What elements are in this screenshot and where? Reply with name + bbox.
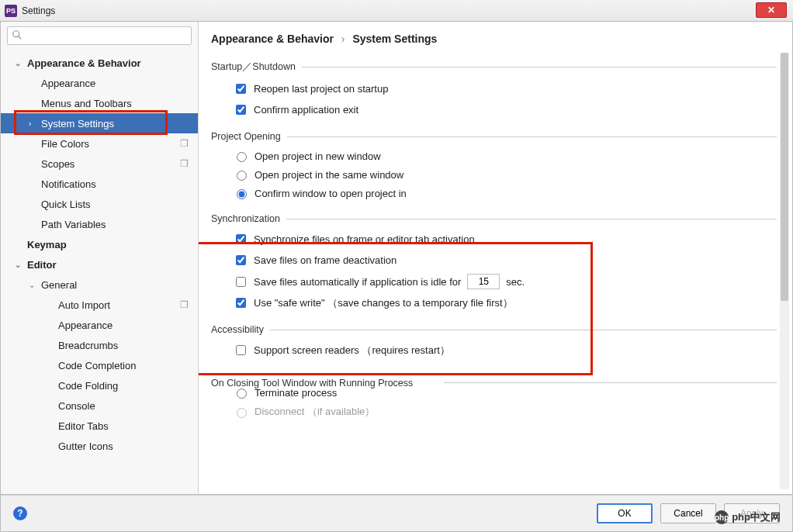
tree-label: Appearance — [58, 320, 113, 331]
opt-label: Synchronize files on frame or editor tab… — [254, 233, 475, 245]
radio-terminate[interactable] — [237, 389, 247, 399]
opt-label: Save files on frame deactivation — [254, 254, 396, 266]
radio-confirm-window[interactable] — [237, 189, 247, 199]
checkbox-safe-write[interactable] — [236, 298, 246, 308]
checkbox-screen-readers[interactable] — [236, 345, 246, 355]
tree-label: Breadcrumbs — [58, 340, 118, 351]
ok-button[interactable]: OK — [597, 503, 653, 523]
checkbox-confirm-exit[interactable] — [236, 105, 246, 115]
scrollbar-thumb[interactable] — [781, 53, 788, 301]
opt-label: Support screen readers （requires restart… — [254, 344, 450, 358]
legend-project-opening: Project Opening — [211, 131, 287, 142]
tree-label: General — [41, 279, 77, 291]
search-input[interactable] — [7, 26, 192, 45]
opt-same-window[interactable]: Open project in the same window — [211, 165, 777, 184]
tree-appearance-behavior[interactable]: ⌄Appearance & Behavior — [1, 53, 198, 73]
opt-label: Open project in the same window — [255, 169, 403, 181]
tree-label: Menus and Toolbars — [41, 98, 132, 109]
opt-save-deact[interactable]: Save files on frame deactivation — [211, 250, 777, 271]
opt-label: Save files automatically if application … — [254, 276, 461, 288]
legend-sync: Synchronization — [211, 213, 286, 224]
opt-new-window[interactable]: Open project in new window — [211, 147, 777, 165]
tree-console[interactable]: Console — [1, 396, 198, 416]
checkbox-sync-frame[interactable] — [236, 234, 246, 244]
tree-editor[interactable]: ⌄Editor — [1, 254, 198, 275]
main-area: ⌄Appearance & Behavior Appearance Menus … — [0, 22, 793, 495]
tree-label: Keymap — [27, 239, 67, 250]
tree-file-colors[interactable]: File Colors❐ — [1, 133, 198, 154]
opt-label: Use "safe write" （save changes to a temp… — [254, 296, 513, 310]
watermark: php php中文网 — [715, 510, 781, 524]
sidebar: ⌄Appearance & Behavior Appearance Menus … — [1, 22, 199, 494]
close-button[interactable]: ✕ — [756, 2, 787, 18]
svg-point-0 — [13, 31, 19, 37]
watermark-text: php中文网 — [732, 510, 781, 524]
tree-path-variables[interactable]: Path Variables — [1, 214, 198, 234]
tree-label: Console — [58, 400, 95, 412]
module-icon: ❐ — [180, 158, 189, 169]
tree-label: Editor Tabs — [58, 420, 109, 432]
tree-system-settings[interactable]: ›System Settings — [1, 113, 198, 133]
breadcrumb: Appearance & Behavior › System Settings — [211, 29, 777, 56]
opt-reopen[interactable]: Reopen last project on startup — [211, 78, 777, 99]
cancel-button[interactable]: Cancel — [660, 503, 716, 523]
module-icon: ❐ — [180, 138, 189, 149]
opt-terminate[interactable]: Terminate process — [211, 383, 777, 402]
opt-disconnect[interactable]: Disconnect （if available） — [211, 402, 777, 422]
checkbox-save-deact[interactable] — [236, 255, 246, 265]
tree-label: Gutter Icons — [58, 440, 113, 452]
chevron-down-icon: ⌄ — [29, 281, 35, 289]
opt-save-idle[interactable]: Save files automatically if application … — [211, 271, 777, 292]
settings-tree[interactable]: ⌄Appearance & Behavior Appearance Menus … — [1, 50, 198, 494]
app-icon: PS — [5, 5, 17, 17]
section-project-opening: Project Opening Open project in new wind… — [211, 131, 777, 202]
opt-confirm-exit[interactable]: Confirm application exit — [211, 99, 777, 120]
tree-code-folding[interactable]: Code Folding — [1, 375, 198, 396]
tree-notifications[interactable]: Notifications — [1, 174, 198, 194]
opt-safe-write[interactable]: Use "safe write" （save changes to a temp… — [211, 292, 777, 313]
opt-sync-frame[interactable]: Synchronize files on frame or editor tab… — [211, 229, 777, 250]
idle-seconds-input[interactable] — [467, 274, 500, 289]
tree-label: System Settings — [41, 118, 114, 130]
breadcrumb-a: Appearance & Behavior — [211, 33, 334, 45]
tree-editor-tabs[interactable]: Editor Tabs — [1, 416, 198, 436]
section-startup: Startup／Shutdown Reopen last project on … — [211, 60, 777, 120]
footer: ? OK Cancel Apply — [0, 495, 793, 532]
tree-label: Code Folding — [58, 380, 118, 392]
help-icon[interactable]: ? — [13, 506, 27, 520]
search-icon — [12, 29, 23, 40]
checkbox-reopen[interactable] — [236, 84, 246, 94]
tree-quick-lists[interactable]: Quick Lists — [1, 194, 198, 214]
tree-label: Auto Import — [58, 299, 110, 311]
section-accessibility: Accessibility Support screen readers （re… — [211, 324, 777, 361]
radio-disconnect[interactable] — [237, 408, 247, 418]
tree-gutter-icons[interactable]: Gutter Icons — [1, 436, 198, 456]
opt-screen-readers[interactable]: Support screen readers （requires restart… — [211, 340, 777, 361]
opt-label: Disconnect （if available） — [255, 405, 375, 419]
tree-appearance-editor[interactable]: Appearance — [1, 315, 198, 335]
titlebar: PS Settings ✕ — [0, 0, 793, 22]
tree-menus-toolbars[interactable]: Menus and Toolbars — [1, 93, 198, 113]
tree-appearance[interactable]: Appearance — [1, 73, 198, 93]
tree-label: Quick Lists — [41, 199, 91, 210]
opt-label: Terminate process — [255, 387, 337, 399]
radio-same-window[interactable] — [237, 171, 247, 181]
tree-auto-import[interactable]: Auto Import❐ — [1, 295, 198, 315]
tree-breadcrumbs[interactable]: Breadcrumbs — [1, 335, 198, 355]
tree-keymap[interactable]: Keymap — [1, 234, 198, 254]
watermark-logo-icon: php — [715, 510, 729, 524]
checkbox-save-idle[interactable] — [236, 277, 246, 287]
content-scrollbar[interactable] — [780, 53, 789, 489]
tree-scopes[interactable]: Scopes❐ — [1, 154, 198, 174]
breadcrumb-sep: › — [337, 33, 350, 45]
section-synchronization: Synchronization Synchronize files on fra… — [211, 213, 777, 313]
tree-code-completion[interactable]: Code Completion — [1, 355, 198, 375]
chevron-right-icon: › — [29, 119, 31, 128]
content-panel: Appearance & Behavior › System Settings … — [199, 22, 792, 494]
opt-label: sec. — [506, 276, 525, 288]
radio-new-window[interactable] — [237, 152, 247, 162]
opt-label: Reopen last project on startup — [254, 83, 388, 95]
tree-label: Scopes — [41, 158, 74, 170]
opt-confirm-window[interactable]: Confirm window to open project in — [211, 184, 777, 202]
tree-general[interactable]: ⌄General — [1, 275, 198, 295]
